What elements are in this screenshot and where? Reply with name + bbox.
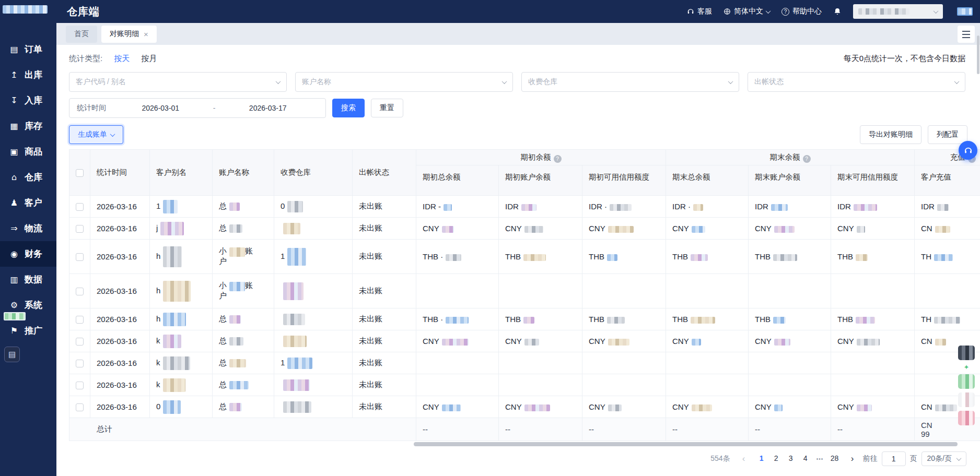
amount-cell: THB: [749, 308, 831, 330]
goto-page-input[interactable]: [882, 451, 906, 466]
doc-float-button[interactable]: ▤: [4, 347, 20, 362]
row-checkbox[interactable]: [76, 382, 84, 389]
amount-cell: IDR: [915, 196, 980, 218]
redacted-blur: [229, 315, 241, 324]
search-button[interactable]: 搜索: [332, 99, 365, 117]
date-filter-row: 统计时间 2026-03-01 - 2026-03-17 搜索 重置: [69, 98, 980, 118]
account-line: 小账: [219, 281, 267, 291]
currency-text: CNY: [505, 402, 522, 411]
page-size-select[interactable]: 20条/页: [921, 451, 966, 466]
sidebar-item-warehouse[interactable]: ⌂仓库: [0, 164, 56, 190]
redacted-blur: [521, 204, 536, 211]
alias-text: j: [156, 223, 158, 232]
notifications-button[interactable]: [833, 7, 842, 16]
account-name-cell: 总: [213, 218, 274, 240]
sidebar-item-outbound[interactable]: ↥出库: [0, 62, 56, 88]
row-checkbox[interactable]: [76, 403, 84, 411]
currency-text: THB ·: [423, 315, 443, 324]
account-name-cell: 总: [213, 330, 274, 352]
sidebar-item-goods[interactable]: ▣商品: [0, 139, 56, 164]
date-to-value[interactable]: 2026-03-17: [217, 104, 318, 112]
floating-service-button[interactable]: [959, 141, 977, 160]
tab-list-menu-button[interactable]: [958, 26, 975, 43]
sidebar-item-label: 数据: [25, 273, 42, 285]
help-icon[interactable]: ?: [803, 155, 811, 163]
generate-bill-button[interactable]: 生成账单: [69, 125, 123, 144]
account-dropdown[interactable]: [853, 4, 943, 19]
row-checkbox[interactable]: [76, 225, 84, 233]
help-center-label: 帮助中心: [792, 7, 822, 16]
page-number-3[interactable]: 3: [784, 451, 798, 466]
sidebar-item-promotion[interactable]: ⚑推广: [0, 318, 56, 343]
customer-service-link[interactable]: 客服: [687, 7, 712, 16]
redacted-blur: [856, 317, 875, 324]
tab-reconciliation-detail[interactable]: 对账明细 ×: [101, 26, 157, 43]
avatar[interactable]: [957, 7, 973, 16]
row-checkbox[interactable]: [76, 316, 84, 324]
sidebar-item-logistics[interactable]: ⇒物流: [0, 216, 56, 241]
next-page-button[interactable]: ›: [846, 454, 859, 464]
reset-button[interactable]: 重置: [371, 99, 403, 117]
floating-widget[interactable]: [958, 411, 975, 425]
chevron-down-icon: [110, 132, 115, 137]
row-select-cell: [69, 330, 90, 352]
column-header: 出帐状态: [353, 150, 416, 196]
select-all-checkbox[interactable]: [76, 169, 84, 177]
redacted-blur: [229, 337, 243, 346]
page-number-2[interactable]: 2: [769, 451, 784, 466]
floating-widget[interactable]: [958, 346, 975, 360]
export-reconciliation-button[interactable]: 导出对账明细: [860, 125, 921, 144]
close-icon[interactable]: ×: [144, 30, 148, 38]
pagination: 554条 ‹ 1234•••28 › 前往 页 20条/页: [69, 447, 980, 470]
floating-widget[interactable]: [958, 392, 975, 407]
floating-widget[interactable]: [958, 374, 975, 389]
tab-home-label: 首页: [74, 29, 89, 39]
sidebar-item-orders[interactable]: ▤订单: [0, 37, 56, 62]
amount-cell: CNY: [499, 330, 582, 352]
sidebar-item-label: 客户: [25, 197, 42, 209]
page-number-1[interactable]: 1: [754, 451, 769, 466]
tab-home[interactable]: 首页: [66, 26, 97, 43]
column-header: 期初可用信用额度: [582, 165, 666, 196]
chatbot-float-button[interactable]: [4, 312, 26, 320]
stat-type-by-month[interactable]: 按月: [141, 54, 157, 64]
sidebar-item-data[interactable]: ▥数据: [0, 267, 56, 292]
column-header: 期初总余额: [416, 165, 499, 196]
more-pages[interactable]: •••: [813, 452, 827, 467]
row-checkbox[interactable]: [76, 253, 84, 261]
redacted-blur: [229, 282, 245, 291]
filter-select-2[interactable]: 收费仓库: [521, 72, 739, 92]
horizontal-scrollbar[interactable]: [414, 442, 958, 446]
stat-type-by-day[interactable]: 按天: [114, 54, 130, 64]
vertical-scrollbar[interactable]: [977, 35, 979, 74]
date-from-value[interactable]: 2026-03-01: [110, 104, 211, 112]
filter-select-1[interactable]: 账户名称: [295, 72, 513, 92]
sidebar-item-finance[interactable]: ◉财务: [0, 241, 56, 267]
help-center-link[interactable]: ? 帮助中心: [781, 7, 822, 16]
row-checkbox[interactable]: [76, 203, 84, 211]
sidebar-item-inbound[interactable]: ↧入库: [0, 88, 56, 113]
redacted-blur: [283, 336, 307, 347]
total-label-cell: 总计: [69, 418, 416, 441]
page-number-4[interactable]: 4: [798, 451, 813, 466]
redacted-blur: [163, 313, 186, 326]
filter-select-0[interactable]: 客户代码 / 别名: [69, 72, 287, 92]
table-header: 统计时间客户别名账户名称收费仓库出帐状态期初余额?期末余额?充值?期初总余额期初…: [69, 150, 980, 196]
column-header: 期末账户余额: [749, 165, 831, 196]
account-name-cell: 总: [213, 196, 274, 218]
row-checkbox[interactable]: [76, 360, 84, 367]
stat-date-cell: 2026-03-16: [90, 240, 150, 274]
sidebar-item-inventory[interactable]: ▦库存: [0, 113, 56, 139]
redacted-blur: [446, 317, 469, 324]
column-config-button[interactable]: 列配置: [928, 125, 967, 144]
row-checkbox[interactable]: [76, 288, 84, 295]
prev-page-button[interactable]: ‹: [738, 454, 750, 464]
sidebar-item-customers[interactable]: ♟客户: [0, 190, 56, 216]
page-number-28[interactable]: 28: [827, 451, 842, 466]
help-icon[interactable]: ?: [554, 155, 562, 163]
date-range-picker[interactable]: 统计时间 2026-03-01 - 2026-03-17: [69, 98, 326, 118]
filter-select-3[interactable]: 出帐状态: [748, 72, 965, 92]
language-switcher[interactable]: 简体中文: [724, 7, 770, 16]
redacted-blur: [856, 254, 868, 261]
row-checkbox[interactable]: [76, 338, 84, 346]
